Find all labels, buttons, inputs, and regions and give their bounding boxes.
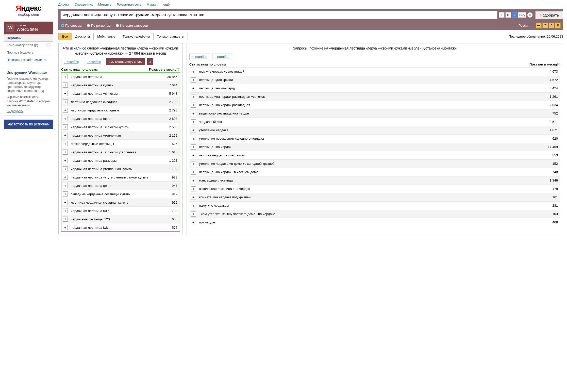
tab-phones[interactable]: Только телефоны bbox=[119, 33, 154, 40]
search-input[interactable] bbox=[60, 11, 497, 19]
clear-icon[interactable]: ✕ bbox=[527, 12, 533, 18]
add-keyword-button[interactable]: + bbox=[191, 144, 196, 150]
keyword-text[interactable]: чердачная лестница fakro bbox=[71, 117, 169, 121]
keyword-text[interactable]: утепление перекрытия холодного чердака bbox=[199, 137, 552, 140]
add-keyword-button[interactable]: + bbox=[63, 99, 68, 104]
add-keyword-button[interactable]: + bbox=[63, 133, 68, 138]
google-icon-button[interactable]: G bbox=[512, 12, 517, 18]
keyword-text[interactable]: чердачная лестница bbox=[71, 75, 167, 79]
remove-column-button[interactable]: - столбец bbox=[84, 59, 104, 65]
keyword-text[interactable]: лестница +на мансарду bbox=[199, 86, 549, 90]
operator-excl[interactable]: !! bbox=[555, 23, 561, 28]
keyword-text[interactable]: лажу +по чердакам bbox=[199, 204, 552, 207]
keyword-text[interactable]: лестница +на чердак +в частном доме bbox=[199, 170, 552, 174]
keyword-text[interactable]: лестница +на чердак раскладная bbox=[199, 103, 549, 107]
add-column-button[interactable]: + столбец bbox=[61, 59, 82, 65]
nav-market[interactable]: Маркет bbox=[147, 3, 158, 6]
add-keyword-button[interactable]: + bbox=[63, 158, 68, 163]
keyword-text[interactable]: утепление чердака bbox=[199, 128, 549, 132]
contact-dev-link[interactable]: Написать разработчикам bbox=[7, 58, 42, 62]
tab-mobile[interactable]: Мобильные bbox=[94, 33, 119, 40]
keyword-text[interactable]: чердачная лестница +с люком bbox=[71, 92, 169, 95]
nav-metrika[interactable]: Метрика bbox=[98, 3, 111, 6]
keyword-text[interactable]: чердачная лестница +с утепленным люком к… bbox=[71, 175, 172, 179]
nav-direct[interactable]: Директ bbox=[58, 3, 69, 6]
radio-by-words[interactable]: По словам bbox=[61, 24, 82, 27]
add-keyword-button[interactable]: + bbox=[191, 178, 196, 183]
keyword-text[interactable]: люк +на чердак без лестницы bbox=[199, 153, 552, 157]
add-keyword-button[interactable]: + bbox=[191, 211, 196, 217]
region-link[interactable]: Россия bbox=[519, 24, 529, 27]
nav-adnetwork[interactable]: Рекламная сеть bbox=[117, 3, 141, 6]
keyword-text[interactable]: чердачная лестница +с люком утепленная bbox=[71, 150, 169, 154]
add-keyword-button[interactable]: + bbox=[191, 128, 196, 133]
add-keyword-button[interactable]: + bbox=[63, 116, 68, 121]
keyword-text[interactable]: люк +на чердак +с лестницей bbox=[199, 70, 549, 73]
operator-quotes[interactable]: "" bbox=[542, 23, 548, 28]
radio-history[interactable]: История запросов bbox=[116, 24, 148, 27]
add-keyword-button[interactable]: + bbox=[63, 166, 68, 171]
keyword-text[interactable]: лестница +на чердак раскладная +с люком bbox=[199, 95, 549, 99]
tab-all[interactable]: Все bbox=[59, 33, 72, 40]
add-keyword-button[interactable]: + bbox=[63, 74, 68, 79]
add-keyword-button[interactable]: + bbox=[63, 200, 68, 205]
sidebar-item-budget[interactable]: Прогноз бюджета bbox=[4, 49, 53, 56]
add-keyword-button[interactable]: + bbox=[63, 175, 68, 180]
tab-desktops[interactable]: Десктопы bbox=[72, 33, 94, 40]
add-keyword-button[interactable]: + bbox=[191, 77, 196, 83]
keyword-text[interactable]: чердачный люк bbox=[199, 120, 549, 124]
add-keyword-button[interactable]: + bbox=[63, 217, 68, 222]
add-keyword-button[interactable]: + bbox=[191, 195, 196, 200]
keyword-text[interactable]: складные чердачные лестницы купить bbox=[71, 192, 172, 196]
keyword-text[interactable]: арт чердак bbox=[199, 220, 552, 224]
keyword-text[interactable]: лестницы чердачные складные bbox=[71, 108, 169, 112]
add-keyword-button[interactable]: + bbox=[191, 94, 196, 99]
nav-more[interactable]: ещё bbox=[163, 3, 170, 6]
video-lessons-link[interactable]: Видеоуроки bbox=[7, 109, 23, 113]
keyword-text[interactable]: факро чердачные лестницы bbox=[71, 142, 169, 146]
add-keyword-button[interactable]: + bbox=[63, 150, 68, 155]
add-keyword-button[interactable]: + bbox=[191, 186, 196, 191]
operator-plusplus[interactable]: ++ bbox=[536, 23, 542, 28]
keyword-text[interactable]: +чем утеплить крышу частного дома +на че… bbox=[199, 212, 552, 216]
add-keyword-button[interactable]: + bbox=[191, 111, 196, 116]
add-keyword-button[interactable]: + bbox=[63, 141, 68, 146]
keyword-text[interactable]: чердачная лестница цена bbox=[71, 184, 172, 188]
add-keyword-button[interactable]: + bbox=[191, 153, 196, 158]
add-keyword-button[interactable]: + bbox=[63, 183, 68, 188]
add-keyword-button[interactable]: + bbox=[191, 161, 196, 166]
help-icon[interactable]: ? bbox=[177, 68, 180, 71]
yandex-logo[interactable]: Яндекс bbox=[4, 4, 53, 12]
help-icon[interactable]: ? bbox=[46, 43, 51, 47]
add-keyword-button[interactable]: + bbox=[63, 108, 68, 113]
keyword-text[interactable]: лестница +на чердак bbox=[199, 145, 548, 149]
keyword-text[interactable]: потолочная лестница +на чердак bbox=[199, 187, 552, 191]
add-keyword-button[interactable]: + bbox=[63, 225, 68, 230]
exclude-close-button[interactable]: х bbox=[147, 58, 153, 65]
add-keyword-button[interactable]: + bbox=[63, 83, 68, 88]
keyword-text[interactable]: чердачная лестница lwk bbox=[71, 226, 172, 230]
tab-tablets[interactable]: Только планшеты bbox=[154, 33, 188, 40]
wordstat-subtitle[interactable]: подбор слов bbox=[4, 12, 53, 17]
add-keyword-button[interactable]: + bbox=[191, 203, 196, 208]
yandex-icon-button[interactable]: Я bbox=[505, 12, 511, 18]
radio-by-regions[interactable]: По регионам bbox=[87, 24, 111, 27]
add-keyword-button[interactable]: + bbox=[191, 69, 196, 74]
add-keyword-button[interactable]: + bbox=[63, 124, 68, 129]
operator-brackets[interactable]: [] bbox=[549, 23, 554, 28]
copy-button[interactable]: Copy bbox=[518, 12, 526, 18]
add-keyword-button[interactable]: + bbox=[191, 220, 196, 225]
keyword-text[interactable]: чердачная лестница утепленная bbox=[71, 134, 169, 137]
add-keyword-button[interactable]: + bbox=[191, 86, 196, 91]
keyword-text[interactable]: чердачная лестница утепленная купить bbox=[71, 167, 169, 171]
keyword-text[interactable]: чердачная лестница 60 60 bbox=[71, 209, 172, 213]
keyword-text[interactable]: выдвижная лестница +на чердак bbox=[199, 111, 552, 115]
keyword-text[interactable]: лестница чердачная складная купить bbox=[71, 201, 172, 204]
keyword-text[interactable]: чердачная лестница купить bbox=[71, 83, 169, 87]
add-keyword-button[interactable]: + bbox=[63, 91, 68, 96]
keyword-text[interactable]: мансардная лестница bbox=[199, 178, 549, 182]
keyword-text[interactable]: лестница чердачная складная bbox=[71, 100, 169, 104]
keyword-text[interactable]: чердачная лестница +с люком купить bbox=[71, 125, 169, 129]
submit-button[interactable]: Подобрать bbox=[535, 11, 563, 19]
keyword-text[interactable]: чердачные лестницы 120 bbox=[71, 217, 172, 221]
